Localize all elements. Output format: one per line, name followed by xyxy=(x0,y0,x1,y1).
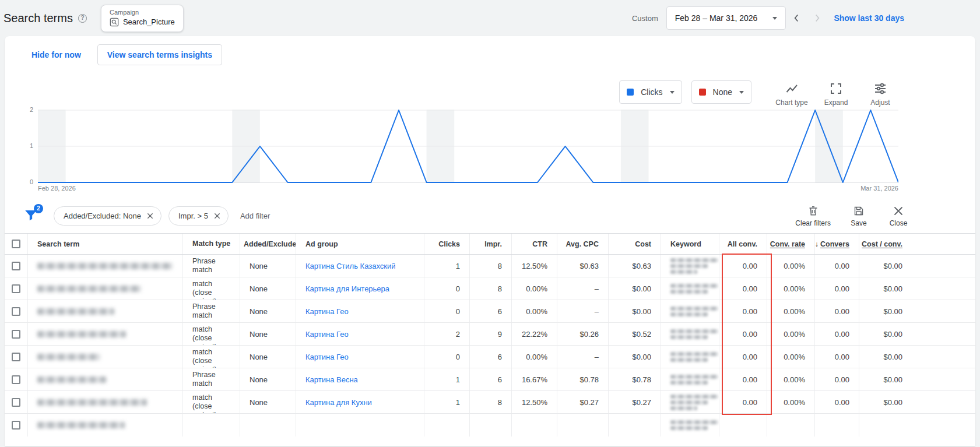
top-bar: Search terms Campaign Search_Picture Cus… xyxy=(0,0,980,36)
clear-filters-button[interactable]: Clear filters xyxy=(795,205,831,227)
chart-type-button[interactable]: Chart type xyxy=(772,80,811,107)
impressions-value: 8 xyxy=(498,262,502,270)
filter-chip-label: Added/Excluded: None xyxy=(64,212,141,220)
add-filter-button[interactable]: Add filter xyxy=(240,212,270,220)
save-button[interactable]: Save xyxy=(847,205,870,227)
campaign-scope-chip[interactable]: Campaign Search_Picture xyxy=(101,5,184,32)
table-row[interactable] xyxy=(5,414,975,437)
row-checkbox[interactable] xyxy=(12,421,20,430)
ad-group-link[interactable]: Картина Гео xyxy=(305,330,349,339)
close-table-button[interactable]: Close xyxy=(887,205,910,227)
table-row[interactable]: Exact match (close variant) None Картина… xyxy=(5,346,975,368)
select-all-cell xyxy=(5,234,28,254)
table-row[interactable]: Phrase match (close variant) None Картин… xyxy=(5,277,975,300)
view-insights-button[interactable]: View search terms insights xyxy=(97,44,222,65)
avg-cpc-value: – xyxy=(595,353,599,361)
ad-group-link[interactable]: Картина Гео xyxy=(305,353,349,361)
added-excluded-value: None xyxy=(250,307,268,316)
chart-controls: Clicks None Chart type Expand Adjust xyxy=(5,68,975,106)
primary-metric-select[interactable]: Clicks xyxy=(619,80,682,104)
show-last-30-days-link[interactable]: Show last 30 days xyxy=(834,13,904,23)
column-header-added-excluded[interactable]: Added/Excluded xyxy=(240,234,296,254)
hide-for-now-button[interactable]: Hide for now xyxy=(31,50,81,59)
column-header-cost-per-conv[interactable]: Cost / conv. xyxy=(859,234,912,254)
column-header-all-conv[interactable]: All conv. xyxy=(719,234,767,254)
table-row[interactable]: Phrase match (close variant) None Картин… xyxy=(5,391,975,414)
filter-count-badge: 2 xyxy=(34,204,43,213)
conv-rate-value: 0.00% xyxy=(784,375,805,384)
column-header-avg-cpc[interactable]: Avg. CPC xyxy=(557,234,609,254)
keyword-redacted xyxy=(670,352,718,362)
column-header-keyword[interactable]: Keyword xyxy=(661,234,719,254)
column-header-conv-rate[interactable]: Conv. rate xyxy=(767,234,815,254)
remove-filter-icon[interactable] xyxy=(213,212,221,220)
match-type-value: Phrase match xyxy=(192,371,230,388)
page-title: Search terms xyxy=(3,12,73,25)
table-row[interactable]: Phrase match None Картина Гео 0 6 0.00% … xyxy=(5,300,975,323)
added-excluded-value: None xyxy=(250,375,268,384)
column-header-ad-group[interactable]: Ad group xyxy=(296,234,424,254)
column-header-match-type[interactable]: Match type xyxy=(183,234,240,254)
y-axis-tick: 0 xyxy=(11,178,33,185)
row-checkbox[interactable] xyxy=(12,353,20,361)
filter-chip[interactable]: Impr. > 5 xyxy=(168,206,229,226)
next-period-button[interactable] xyxy=(807,8,828,29)
all-conv-value: 0.00 xyxy=(743,262,757,270)
ad-group-link[interactable]: Картина Гео xyxy=(305,307,349,316)
impressions-value: 8 xyxy=(498,284,502,293)
ad-group-link[interactable]: Картина Весна xyxy=(305,375,358,384)
trash-icon xyxy=(807,205,819,217)
ctr-value: 0.00% xyxy=(526,284,547,293)
save-icon xyxy=(853,205,865,217)
select-all-checkbox[interactable] xyxy=(12,240,20,248)
column-header-conversions[interactable]: ↓ Convers xyxy=(815,234,859,254)
filter-chip[interactable]: Added/Excluded: None xyxy=(54,206,161,226)
added-excluded-value: None xyxy=(250,330,268,339)
ad-group-link[interactable]: Картина для Кухни xyxy=(305,398,372,407)
ad-group-link[interactable]: Картина для Интерьера xyxy=(305,284,389,293)
y-axis-tick: 1 xyxy=(11,142,33,149)
cost-value: $0.27 xyxy=(632,398,651,407)
row-checkbox[interactable] xyxy=(12,284,20,293)
adjust-chart-button[interactable]: Adjust xyxy=(861,80,900,107)
table-row[interactable]: Phrase match (close variant) None Картин… xyxy=(5,323,975,346)
previous-period-button[interactable] xyxy=(786,8,807,29)
table-row[interactable]: Phrase match None Картина Весна 1 6 16.6… xyxy=(5,368,975,391)
adjust-label: Adjust xyxy=(870,98,890,107)
remove-filter-icon[interactable] xyxy=(146,212,154,220)
secondary-metric-select[interactable]: None xyxy=(691,80,751,104)
row-checkbox[interactable] xyxy=(12,398,20,407)
row-checkbox[interactable] xyxy=(12,307,20,316)
all-conv-value: 0.00 xyxy=(743,353,757,361)
conversions-value: 0.00 xyxy=(835,375,849,384)
table-body: Phrase match None Картина Стиль Казахски… xyxy=(5,255,975,437)
clicks-value: 2 xyxy=(456,330,460,339)
avg-cpc-value: $0.78 xyxy=(579,375,599,384)
impressions-value: 8 xyxy=(498,398,502,407)
impressions-value: 6 xyxy=(498,307,502,316)
column-header-cost[interactable]: Cost xyxy=(609,234,661,254)
ctr-value: 22.22% xyxy=(522,330,547,339)
conv-rate-value: 0.00% xyxy=(784,353,805,361)
row-checkbox[interactable] xyxy=(12,375,20,384)
row-checkbox[interactable] xyxy=(12,262,20,270)
column-header-clicks[interactable]: Clicks xyxy=(424,234,470,254)
column-header-impr[interactable]: Impr. xyxy=(470,234,512,254)
table-row[interactable]: Phrase match None Картина Стиль Казахски… xyxy=(5,255,975,277)
impressions-value: 6 xyxy=(498,353,502,361)
column-header-ctr[interactable]: CTR xyxy=(512,234,557,254)
close-icon xyxy=(893,205,904,217)
date-range-picker[interactable]: Feb 28 – Mar 31, 2026 xyxy=(666,6,786,30)
search-term-redacted xyxy=(37,331,126,337)
added-excluded-value: None xyxy=(250,262,268,270)
conv-rate-value: 0.00% xyxy=(784,307,805,316)
timeseries-chart: 2 1 0 xyxy=(38,110,898,183)
clicks-value: 1 xyxy=(456,262,460,270)
ad-group-link[interactable]: Картина Стиль Казахский xyxy=(305,262,395,270)
column-header-search-term[interactable]: Search term xyxy=(28,234,183,254)
row-checkbox[interactable] xyxy=(12,330,20,339)
filter-funnel-button[interactable]: 2 xyxy=(23,207,41,225)
help-icon[interactable] xyxy=(78,14,87,23)
clicks-value: 0 xyxy=(456,353,460,361)
expand-chart-button[interactable]: Expand xyxy=(817,80,855,107)
